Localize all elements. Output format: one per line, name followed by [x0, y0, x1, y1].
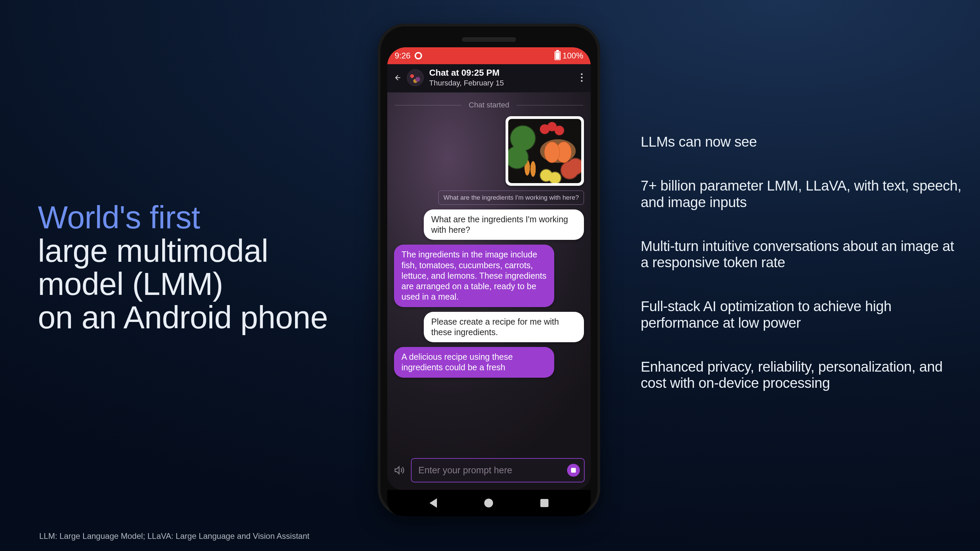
- bullet-5: Enhanced privacy, reliability, personali…: [641, 359, 965, 392]
- feature-bullets: LLMs can now see 7+ billion parameter LM…: [641, 134, 965, 392]
- prompt-input[interactable]: Enter your prompt here: [411, 458, 585, 483]
- nav-recent-icon[interactable]: [540, 499, 549, 507]
- phone-mockup: 9:26 100% Chat at 09:25 PM Thursday, Feb…: [378, 24, 600, 516]
- assistant-message-2: A delicious recipe using these ingredien…: [394, 347, 554, 378]
- speaker-icon[interactable]: [393, 465, 405, 476]
- nav-back-icon[interactable]: [430, 498, 437, 508]
- phone-screen: 9:26 100% Chat at 09:25 PM Thursday, Feb…: [387, 47, 591, 490]
- status-bar: 9:26 100%: [387, 47, 591, 64]
- chat-subtitle: Thursday, February 15: [429, 79, 504, 87]
- bullet-1: LLMs can now see: [641, 134, 965, 150]
- phone-earpiece: [462, 37, 516, 42]
- svg-marker-1: [395, 467, 399, 474]
- user-image-bubble[interactable]: [506, 116, 584, 186]
- food-ingredients-image: [508, 119, 581, 183]
- user-query-caption: What are the ingredients I'm working wit…: [438, 191, 584, 205]
- assistant-message-1: The ingredients in the image include fis…: [394, 245, 554, 307]
- bullet-3: Multi-turn intuitive conversations about…: [641, 238, 965, 271]
- user-message-2: Please create a recipe for me with these…: [424, 312, 584, 343]
- chat-body: Chat started What are the ingredients I'…: [387, 92, 591, 453]
- chat-avatar[interactable]: [407, 69, 424, 86]
- bullet-4: Full-stack AI optimization to achieve hi…: [641, 298, 965, 331]
- prompt-placeholder: Enter your prompt here: [418, 465, 567, 476]
- chat-started-divider: Chat started: [389, 98, 589, 111]
- battery-percent: 100%: [563, 51, 583, 60]
- headline-line-2: large multimodal: [38, 235, 328, 268]
- bullet-2: 7+ billion parameter LMM, LLaVA, with te…: [641, 178, 965, 210]
- android-nav-bar: [387, 490, 591, 516]
- headline-line-4: on an Android phone: [38, 301, 328, 335]
- status-time: 9:26: [395, 51, 410, 60]
- chat-title: Chat at 09:25 PM: [429, 68, 504, 78]
- slide-headline: World's first large multimodal model (LM…: [38, 201, 328, 335]
- user-message-1: What are the ingredients I'm working wit…: [424, 210, 584, 240]
- nav-home-icon[interactable]: [484, 499, 493, 507]
- headline-line-3: model (LMM): [38, 268, 328, 301]
- more-menu-icon[interactable]: [579, 71, 585, 84]
- chat-started-label: Chat started: [469, 101, 509, 110]
- stop-generation-button[interactable]: [567, 464, 580, 477]
- battery-icon: [555, 51, 561, 60]
- notification-app-icon: [415, 52, 422, 59]
- chat-input-row: Enter your prompt here: [387, 453, 591, 490]
- headline-line-1: World's first: [38, 201, 328, 235]
- chat-header: Chat at 09:25 PM Thursday, February 15: [387, 64, 591, 92]
- footnote: LLM: Large Language Model; LLaVA: Large …: [39, 531, 310, 541]
- back-arrow-icon[interactable]: [392, 73, 401, 83]
